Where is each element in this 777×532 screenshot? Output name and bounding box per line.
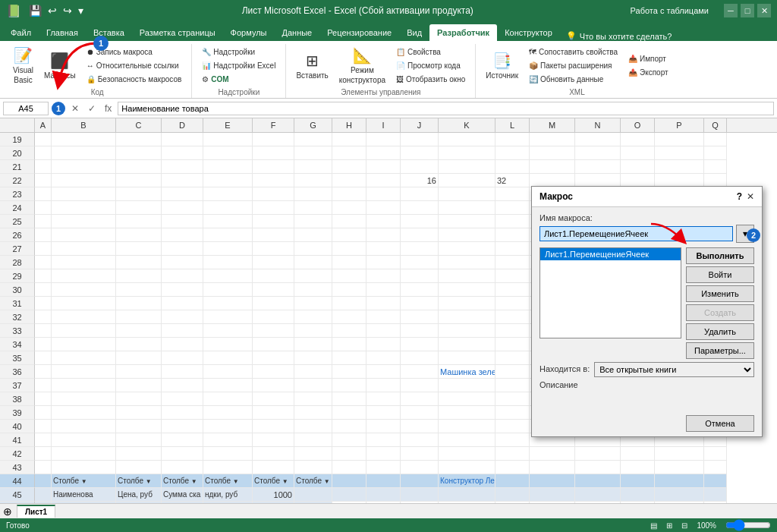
description-label: Описание [539,380,754,389]
col-header-N[interactable]: N [575,118,621,132]
dialog-title-controls: ? ✕ [737,191,754,202]
tab-page-layout[interactable]: Разметка страницы [132,24,223,41]
undo-quick-icon[interactable]: ↩ [46,3,58,18]
tab-file[interactable]: Файл [3,24,39,41]
record-macro-button[interactable]: ⏺ Запись макроса [83,46,186,58]
formula-input[interactable] [118,102,774,115]
help-search[interactable]: 💡 Что вы хотите сделать? [560,31,678,41]
dialog-footer-area: Находится в: Все открытые книги Описание… [532,359,762,436]
step-in-button[interactable]: Войти [686,266,754,283]
col-header-L[interactable]: L [495,118,530,132]
col-header-M[interactable]: M [530,118,575,132]
save-quick-icon[interactable]: 💾 [27,3,43,18]
macros-button[interactable]: ⬛ Макросы [40,49,80,82]
sheet-tab-sheet1[interactable]: Лист1 [17,505,55,506]
insert-function-icon[interactable]: fx [102,103,115,114]
add-sheet-button[interactable]: ⊕ [3,505,12,507]
relative-refs-button[interactable]: ↔ Относительные ссылки [83,59,186,72]
col-header-Q[interactable]: Q [704,118,727,132]
design-mode-button[interactable]: 📐 Режим конструктора [335,44,389,87]
cancel-button[interactable]: Отмена [686,415,754,432]
tab-insert[interactable]: Вставка [86,24,132,41]
record-icon: ⏺ [87,48,94,56]
com-icon: ⚙ [202,75,209,83]
located-in-label: Находится в: [539,364,590,373]
import-button[interactable]: 📥 Импорт [624,52,672,65]
tab-data[interactable]: Данные [274,24,319,41]
addins-icon: 🔧 [202,48,211,56]
table-row: 20 [0,146,727,160]
pack-icon: 📦 [529,61,538,70]
options-button[interactable]: Параметры... [686,342,754,359]
tab-review[interactable]: Рецензирование [319,24,399,41]
macro-security-button[interactable]: 🔒 Безопасность макросов [83,73,186,86]
more-quick-icon[interactable]: ▾ [77,3,85,18]
col-header-B[interactable]: B [52,118,116,132]
edit-button[interactable]: Изменить [686,285,754,302]
function-icon[interactable]: ✕ [68,103,82,114]
maximize-button[interactable]: □ [741,4,754,17]
badge-1: 1 [52,102,65,115]
export-button[interactable]: 📤 Экспорт [624,66,672,79]
tab-design[interactable]: Конструктор [497,24,560,41]
properties-button[interactable]: 📋 Свойства [392,46,469,58]
confirm-icon[interactable]: ✓ [85,103,99,114]
run-button[interactable]: Выполнить [686,247,754,264]
tab-developer[interactable]: Разработчик [429,24,497,41]
excel-addins-button[interactable]: 📊 Надстройки Excel [198,59,279,72]
table-row: 45 Наименова Цена, руб Сумма ска ндки, р… [0,488,727,502]
col-header-O[interactable]: O [621,118,655,132]
refresh-button[interactable]: 🔄 Обновить данные [525,73,621,86]
col-header-H[interactable]: H [332,118,366,132]
col-header-I[interactable]: I [366,118,401,132]
col-header-D[interactable]: D [162,118,203,132]
addins-button[interactable]: 🔧 Надстройки [198,46,279,58]
close-button[interactable]: ✕ [757,4,771,17]
macro-list-area: Лист1.ПеремещениеЯчеек [539,247,681,359]
macro-name-input[interactable] [539,226,733,241]
minimize-button[interactable]: ─ [724,4,738,17]
com-addins-button[interactable]: ⚙ COM [198,73,279,86]
macro-list[interactable]: Лист1.ПеремещениеЯчеек [539,247,681,338]
delete-button[interactable]: Удалить [686,323,754,340]
tab-home[interactable]: Главная [39,24,86,41]
insert-button[interactable]: ⊞ Вставить [292,49,332,82]
work-with-tables-label: Работа с таблицами [631,6,709,15]
located-in-row: Находится в: Все открытые книги [539,362,754,377]
tab-view[interactable]: Вид [399,24,429,41]
relative-icon: ↔ [87,61,94,70]
vba-icon: 📝 [14,46,33,65]
macro-list-item[interactable]: Лист1.ПеремещениеЯчеек [540,248,681,260]
redo-quick-icon[interactable]: ↪ [61,3,74,18]
cell-reference-input[interactable] [3,102,49,115]
show-dialog-button[interactable]: 🖼 Отобразить окно [392,73,469,86]
map-props-button[interactable]: 🗺 Сопоставить свойства [525,46,621,58]
expansion-packs-button[interactable]: 📦 Пакеты расширения [525,59,621,72]
macro-name-label: Имя макроса: [539,213,754,222]
col-header-G[interactable]: G [294,118,332,132]
col-header-J[interactable]: J [401,118,439,132]
col-header-E[interactable]: E [203,118,253,132]
create-button[interactable]: Создать [686,304,754,321]
macro-folder-button[interactable]: ▾ [736,225,754,243]
visual-basic-button[interactable]: 📝 Visual Basic [9,44,37,87]
source-button[interactable]: 📑 Источник [482,49,522,82]
col-header-C[interactable]: C [116,118,162,132]
ribbon-group-code: 📝 Visual Basic ⬛ Макросы ⏺ Запись макрос… [3,44,192,98]
tab-formulas[interactable]: Формулы [223,24,275,41]
window-title: Лист Microsoft Excel - Excel (Сбой актив… [85,5,631,16]
quick-access-toolbar: 📗 💾 ↩ ↪ ▾ [6,3,85,18]
dialog-close-button[interactable]: ✕ [747,191,754,202]
col-header-F[interactable]: F [253,118,294,132]
window-controls: ─ □ ✕ [724,4,771,17]
located-in-select[interactable]: Все открытые книги [594,362,754,377]
ribbon-content: 📝 Visual Basic ⬛ Макросы ⏺ Запись макрос… [0,41,777,99]
view-code-button[interactable]: 📄 Просмотр кода [392,59,469,72]
col-header-P[interactable]: P [655,118,704,132]
macro-dialog[interactable]: Макрос ? ✕ Имя макроса: ▾ Лист1.Перемеще… [531,186,763,437]
dialog-help-text: ? [737,191,742,202]
col-header-A[interactable]: A [35,118,52,132]
lightbulb-icon: 💡 [566,31,577,41]
col-header-K[interactable]: K [439,118,495,132]
table-row: 42 [0,447,727,461]
